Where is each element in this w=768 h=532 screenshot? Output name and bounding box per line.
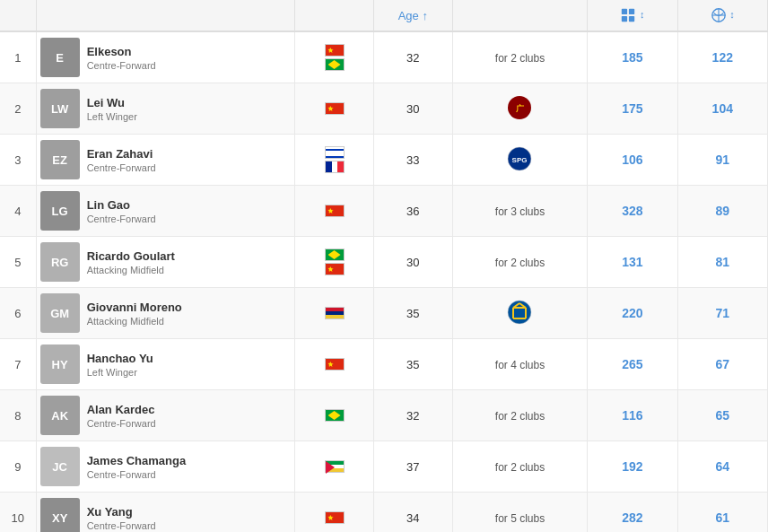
avatar: XY: [40, 498, 80, 532]
player-position: Centre-Forward: [87, 214, 156, 224]
apps-header[interactable]: ↕: [588, 0, 677, 31]
player-cell: RG Ricardo Goulart Attacking Midfield: [36, 237, 295, 288]
goals-cell: 104: [677, 83, 767, 135]
svg-rect-3: [629, 16, 634, 22]
table-row: 9 JC James Chamanga Centre-Forward 37 fo…: [0, 441, 768, 493]
club-cell: for 2 clubs: [452, 441, 588, 493]
avatar: AK: [40, 396, 80, 435]
player-name[interactable]: Alan Kardec: [87, 403, 156, 416]
player-cell: LG Lin Gao Centre-Forward: [36, 186, 295, 237]
rank-cell: 9: [0, 441, 36, 493]
rank-cell: 7: [0, 339, 36, 390]
age-sort-link[interactable]: Age ↑: [398, 9, 428, 22]
apps-value: 131: [622, 255, 642, 269]
player-name[interactable]: Xu Yang: [87, 505, 156, 519]
player-cell: AK Alan Kardec Centre-Forward: [36, 390, 295, 441]
player-name[interactable]: Lei Wu: [87, 96, 137, 109]
nat-cell: [295, 390, 374, 441]
club-text: for 2 clubs: [495, 461, 545, 474]
goals-value: 71: [716, 306, 730, 320]
club-cell: for 3 clubs: [452, 186, 588, 237]
table-row: 5 RG Ricardo Goulart Attacking Midfield …: [0, 237, 768, 288]
player-cell: EZ Eran Zahavi Centre-Forward: [36, 135, 295, 186]
rank-cell: 5: [0, 237, 36, 288]
apps-cell: 265: [588, 339, 677, 390]
player-name[interactable]: Eran Zahavi: [87, 147, 156, 161]
club-text: for 4 clubs: [495, 359, 545, 371]
age-header[interactable]: Age ↑: [373, 0, 452, 31]
player-cell: JC James Chamanga Centre-Forward: [36, 441, 295, 493]
svg-rect-0: [622, 9, 627, 14]
goals-cell: 89: [677, 186, 767, 237]
player-position: Centre-Forward: [87, 162, 156, 173]
player-position: Left Winger: [87, 367, 153, 378]
age-cell: 32: [373, 390, 452, 441]
apps-cell: 220: [588, 288, 677, 339]
club-text: for 5 clubs: [495, 512, 545, 525]
goals-cell: 71: [677, 288, 767, 339]
rank-cell: 6: [0, 288, 36, 339]
goals-value: 122: [712, 50, 733, 65]
goals-value: 65: [716, 408, 730, 423]
player-name[interactable]: Giovanni Moreno: [87, 301, 182, 314]
table-row: 4 LG Lin Gao Centre-Forward ★ 36 for 3 c…: [0, 186, 768, 237]
club-cell: for 4 clubs: [452, 339, 588, 390]
age-sort-arrow: ↑: [422, 9, 428, 22]
club-cell: 广: [452, 83, 588, 135]
player-name[interactable]: Hanchao Yu: [87, 352, 153, 365]
goals-value: 81: [716, 255, 730, 269]
table-row: 2 LW Lei Wu Left Winger ★ 30 广 175 104: [0, 83, 768, 135]
goals-cell: 61: [677, 493, 767, 533]
goals-value: 67: [716, 357, 730, 371]
avatar: LG: [40, 191, 80, 231]
player-cell: HY Hanchao Yu Left Winger: [36, 339, 295, 390]
club-logo: 广: [506, 94, 533, 121]
apps-cell: 328: [588, 186, 677, 237]
table-row: 1 E Elkeson Centre-Forward ★ 32 for 2 cl…: [0, 31, 768, 83]
nat-cell: ★: [295, 493, 374, 533]
svg-text:SPG: SPG: [512, 156, 528, 164]
club-text: for 2 clubs: [495, 257, 545, 269]
player-position: Left Winger: [87, 111, 137, 122]
goals-value: 89: [716, 204, 730, 218]
player-cell: GM Giovanni Moreno Attacking Midfield: [36, 288, 295, 339]
avatar: RG: [40, 242, 80, 282]
goals-cell: 81: [677, 237, 767, 288]
avatar: EZ: [40, 140, 80, 179]
player-position: Centre-Forward: [87, 418, 156, 429]
apps-value: 116: [622, 408, 642, 423]
player-name[interactable]: Elkeson: [87, 45, 156, 58]
club-logo: [506, 299, 533, 326]
player-position: Centre-Forward: [87, 469, 187, 480]
table-row: 3 EZ Eran Zahavi Centre-Forward 33 SPG 1…: [0, 135, 768, 186]
table-row: 7 HY Hanchao Yu Left Winger ★ 35 for 4 c…: [0, 339, 768, 390]
goals-cell: 65: [677, 390, 767, 441]
goals-header[interactable]: ↕: [677, 0, 767, 31]
rank-cell: 2: [0, 83, 36, 135]
nat-cell: [295, 135, 374, 186]
age-cell: 35: [373, 288, 452, 339]
club-logo: SPG: [506, 145, 533, 172]
age-cell: 34: [373, 493, 452, 533]
club-cell: SPG: [452, 135, 588, 186]
player-name[interactable]: Lin Gao: [87, 198, 156, 212]
nat-cell: [295, 288, 374, 339]
apps-value: 185: [622, 50, 642, 65]
club-header: [452, 0, 588, 31]
goals-value: 104: [712, 101, 733, 116]
age-cell: 30: [373, 237, 452, 288]
player-name[interactable]: Ricardo Goulart: [87, 249, 175, 263]
svg-rect-1: [629, 9, 634, 14]
club-cell: for 2 clubs: [452, 31, 588, 83]
age-cell: 30: [373, 83, 452, 135]
apps-value: 265: [622, 357, 642, 371]
goals-value: 61: [716, 510, 730, 525]
apps-cell: 131: [588, 237, 677, 288]
apps-cell: 185: [588, 31, 677, 83]
goals-icon: [711, 7, 727, 23]
goals-sort-arrow: ↕: [729, 9, 735, 20]
player-cell: LW Lei Wu Left Winger: [36, 83, 295, 135]
apps-cell: 282: [588, 493, 677, 533]
player-name[interactable]: James Chamanga: [87, 454, 187, 467]
rank-cell: 1: [0, 31, 36, 83]
